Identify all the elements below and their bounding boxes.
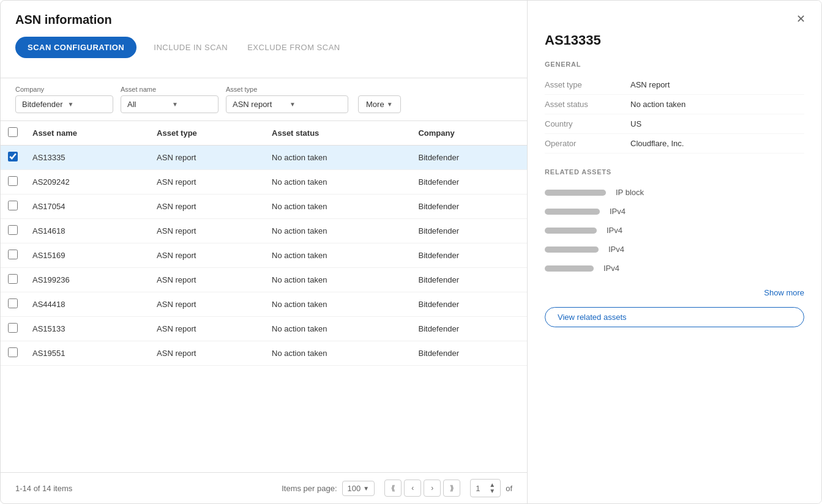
related-type-label: IPv4: [610, 207, 659, 216]
detail-field-key: Country: [545, 119, 630, 128]
row-checkbox-cell: [1, 268, 25, 292]
asset-type-value: ASN report: [233, 100, 285, 109]
row-asset-type: ASN report: [149, 243, 264, 268]
asset-type-filter: Asset type ASN report ▼: [226, 86, 348, 113]
row-company: Bitdefender: [411, 219, 527, 243]
general-section-label: GENERAL: [528, 61, 821, 75]
row-checkbox[interactable]: [8, 225, 18, 235]
row-checkbox-cell: [1, 243, 25, 268]
related-type-label: IP block: [616, 188, 665, 197]
row-asset-status: No action taken: [264, 292, 411, 317]
page-stepper-icon[interactable]: ▲▼: [489, 482, 495, 494]
more-label: More: [366, 100, 384, 109]
detail-field-value: ASN report: [630, 80, 804, 89]
row-checkbox[interactable]: [8, 347, 18, 357]
table-row[interactable]: AS44418 ASN report No action taken Bitde…: [1, 292, 527, 317]
company-value: Bitdefender: [22, 100, 63, 109]
table-row[interactable]: AS15169 ASN report No action taken Bitde…: [1, 243, 527, 268]
detail-field-value: US: [630, 119, 804, 128]
row-company: Bitdefender: [411, 195, 527, 219]
show-more-link[interactable]: Show more: [764, 288, 804, 297]
items-per-page-select[interactable]: 100 ▼: [342, 481, 375, 496]
row-company: Bitdefender: [411, 292, 527, 317]
related-asset-item: IPv4: [545, 202, 804, 221]
row-asset-name: AS13335: [25, 146, 149, 170]
more-filter-button[interactable]: More ▼: [358, 95, 401, 113]
company-select[interactable]: Bitdefender ▼: [15, 95, 113, 113]
last-page-button[interactable]: ⟫: [443, 480, 460, 497]
exclude-from-scan-button[interactable]: EXCLUDE FROM SCAN: [245, 37, 343, 58]
view-related-assets-button[interactable]: View related assets: [545, 307, 804, 327]
row-asset-name: AS44418: [25, 292, 149, 317]
page-title: ASN information: [15, 13, 512, 27]
items-per-page-control: Items per page: 100 ▼: [282, 481, 375, 496]
first-page-button[interactable]: ⟪: [384, 480, 402, 497]
row-asset-status: No action taken: [264, 195, 411, 219]
row-checkbox[interactable]: [8, 250, 18, 259]
row-asset-type: ASN report: [149, 195, 264, 219]
row-asset-status: No action taken: [264, 146, 411, 170]
col-asset-status: Asset status: [264, 121, 411, 146]
related-asset-item: IP block: [545, 183, 804, 202]
table-row[interactable]: AS209242 ASN report No action taken Bitd…: [1, 170, 527, 195]
detail-field-row: Asset status No action taken: [545, 95, 804, 114]
row-checkbox[interactable]: [8, 298, 18, 308]
items-per-page-arrow-icon: ▼: [363, 485, 369, 492]
row-asset-type: ASN report: [149, 341, 264, 366]
row-asset-name: AS15133: [25, 317, 149, 341]
of-text: of: [506, 484, 512, 493]
row-checkbox[interactable]: [8, 152, 18, 161]
detail-field-row: Asset type ASN report: [545, 75, 804, 95]
row-checkbox[interactable]: [8, 176, 18, 186]
scan-configuration-button[interactable]: SCAN CONFIGURATION: [15, 37, 136, 58]
row-company: Bitdefender: [411, 146, 527, 170]
row-asset-status: No action taken: [264, 317, 411, 341]
detail-field-row: Operator Cloudflare, Inc.: [545, 134, 804, 154]
row-checkbox-cell: [1, 195, 25, 219]
detail-field-key: Operator: [545, 139, 630, 148]
select-all-checkbox[interactable]: [8, 127, 18, 137]
asset-type-select[interactable]: ASN report ▼: [226, 95, 348, 113]
close-button[interactable]: ✕: [792, 10, 809, 28]
company-filter-label: Company: [15, 86, 113, 93]
row-company: Bitdefender: [411, 268, 527, 292]
asset-type-filter-label: Asset type: [226, 86, 348, 93]
pagination-nav: ⟪ ‹ › ⟫: [384, 480, 460, 497]
table-row[interactable]: AS17054 ASN report No action taken Bitde…: [1, 195, 527, 219]
more-arrow-icon: ▼: [387, 101, 393, 108]
items-per-page-label: Items per page:: [282, 484, 337, 493]
col-asset-name: Asset name: [25, 121, 149, 146]
row-asset-type: ASN report: [149, 170, 264, 195]
pagination-info: 1-14 of 14 items: [15, 484, 272, 493]
row-checkbox[interactable]: [8, 323, 18, 333]
related-assets-label: RELATED ASSETS: [545, 168, 804, 183]
detail-field-row: Country US: [545, 114, 804, 134]
asset-name-value: All: [127, 100, 167, 109]
table-row[interactable]: AS199236 ASN report No action taken Bitd…: [1, 268, 527, 292]
table-row[interactable]: AS13335 ASN report No action taken Bitde…: [1, 146, 527, 170]
row-asset-type: ASN report: [149, 292, 264, 317]
row-checkbox[interactable]: [8, 201, 18, 210]
asset-name-select[interactable]: All ▼: [121, 95, 219, 113]
row-company: Bitdefender: [411, 170, 527, 195]
related-asset-item: IPv4: [545, 259, 804, 278]
row-checkbox[interactable]: [8, 274, 18, 284]
related-bar: [545, 190, 606, 196]
current-page: 1: [476, 484, 480, 493]
row-asset-status: No action taken: [264, 170, 411, 195]
row-company: Bitdefender: [411, 341, 527, 366]
row-checkbox-cell: [1, 341, 25, 366]
row-asset-type: ASN report: [149, 219, 264, 243]
related-asset-item: IPv4: [545, 240, 804, 259]
page-number-display[interactable]: 1 ▲▼: [470, 479, 501, 497]
related-bar: [545, 246, 599, 253]
prev-page-button[interactable]: ‹: [404, 480, 421, 497]
table-row[interactable]: AS14618 ASN report No action taken Bitde…: [1, 219, 527, 243]
next-page-button[interactable]: ›: [424, 480, 441, 497]
col-company: Company: [411, 121, 527, 146]
table-row[interactable]: AS19551 ASN report No action taken Bitde…: [1, 341, 527, 366]
table-row[interactable]: AS15133 ASN report No action taken Bitde…: [1, 317, 527, 341]
company-arrow-icon: ▼: [68, 101, 107, 108]
related-assets-section: RELATED ASSETS IP block IPv4 IPv4 IPv4 I…: [528, 168, 821, 278]
include-in-scan-button[interactable]: INCLUDE IN SCAN: [151, 37, 230, 58]
